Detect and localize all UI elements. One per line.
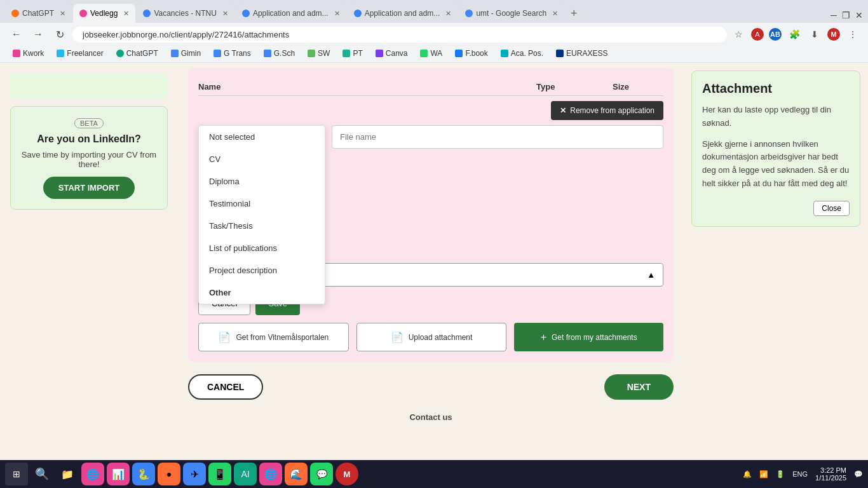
dropdown-not-selected[interactable]: Not selected: [199, 126, 325, 148]
dropdown-list-publications[interactable]: List of publications: [199, 237, 325, 259]
start-import-button[interactable]: START IMPORT: [43, 177, 135, 199]
bookmark-chatgpt[interactable]: ChatGPT: [111, 47, 163, 60]
get-from-attachments-button[interactable]: + Get from my attachments: [514, 323, 663, 351]
tab-vedlegg[interactable]: Vedlegg ✕: [73, 4, 135, 23]
bookmark-canva[interactable]: Canva: [370, 47, 413, 60]
address-input[interactable]: [72, 27, 727, 43]
bookmark-kwork[interactable]: Kwork: [8, 47, 49, 60]
taskbar-chatgpt[interactable]: AI: [234, 463, 257, 485]
dropdown-testimonial[interactable]: Testimonial: [199, 193, 325, 215]
tab-close-vedlegg[interactable]: ✕: [123, 10, 129, 18]
dropdown-cv[interactable]: CV: [199, 148, 325, 170]
col-type-header: Type: [536, 82, 613, 92]
filename-input[interactable]: [332, 125, 663, 149]
taskbar-clock: 3:22 PM 1/11/2025: [815, 466, 846, 482]
bookmark-gimin[interactable]: Gimin: [166, 47, 206, 60]
info-card-text1: Her kan du laste opp vedlegg til din søk…: [702, 104, 850, 130]
menu-icon[interactable]: ⋮: [845, 27, 860, 42]
close-info-button[interactable]: Close: [813, 201, 850, 216]
tab-close-chatgpt[interactable]: ✕: [60, 10, 65, 18]
puzzle-icon[interactable]: 🧩: [787, 27, 802, 42]
beta-badge: BETA: [74, 118, 104, 128]
taskbar-python[interactable]: 🐍: [132, 463, 155, 485]
new-tab-button[interactable]: +: [566, 7, 583, 20]
tab-favicon-app1: [242, 10, 250, 17]
tab-chatgpt[interactable]: ChatGPT ✕: [5, 4, 72, 23]
type-dropdown-menu[interactable]: Not selected CV Diploma Testimonial Task…: [198, 125, 325, 304]
tab-close-google[interactable]: ✕: [552, 10, 558, 18]
bookmark-icon-freelancer: [57, 50, 64, 57]
taskbar-app1[interactable]: ●: [158, 463, 180, 485]
remove-from-application-button[interactable]: ✕ Remove from application: [551, 101, 663, 120]
tab-close-app1[interactable]: ✕: [334, 10, 340, 18]
taskbar-edge[interactable]: 🌊: [285, 463, 308, 485]
dropdown-container: Not selected CV Diploma Testimonial Task…: [198, 125, 663, 149]
download-icon[interactable]: ⬇: [807, 27, 822, 42]
upload-attachment-button[interactable]: 📄 Upload attachment: [356, 323, 507, 351]
bookmark-icon-gsch: [264, 50, 271, 57]
tab-favicon-vacancies: [143, 10, 151, 17]
taskbar-profile[interactable]: M: [336, 463, 358, 485]
dropdown-task-thesis[interactable]: Task/Thesis: [199, 215, 325, 237]
battery-icon: 🔋: [776, 470, 785, 478]
attachment-area: Name Type Size ✕ Remove from application…: [188, 68, 674, 362]
taskbar-whatsapp2[interactable]: 💬: [310, 463, 333, 485]
bookmark-sw[interactable]: SW: [302, 47, 335, 60]
tab-label-vedlegg: Vedlegg: [90, 9, 118, 18]
grammarly-icon[interactable]: AB: [769, 28, 782, 41]
reload-button[interactable]: ↻: [51, 25, 69, 43]
taskbar-matlab[interactable]: 📊: [107, 463, 130, 485]
taskbar-telegram[interactable]: ✈: [183, 463, 206, 485]
taskbar-whatsapp1[interactable]: 📱: [208, 463, 231, 485]
bookmark-pt[interactable]: PT: [337, 47, 367, 60]
tab-close-vacancies[interactable]: ✕: [222, 10, 228, 18]
bookmark-icon-sw: [308, 50, 315, 57]
taskbar-search[interactable]: 🔍: [31, 463, 53, 485]
bookmark-wa[interactable]: WA: [415, 47, 447, 60]
get-from-vitnemal-button[interactable]: 📄 Get from Vitnemålsportalen: [198, 323, 349, 351]
taskbar-date: 1/11/2025: [815, 474, 846, 482]
taskbar-notification-icon[interactable]: 🔔: [743, 470, 752, 478]
browser-frame: ChatGPT ✕ Vedlegg ✕ Vacancies - NTNU ✕ A…: [0, 0, 868, 63]
cancel-nav-button[interactable]: CANCEL: [188, 374, 263, 400]
bookmark-acapos[interactable]: Aca. Pos.: [496, 47, 548, 60]
close-btn[interactable]: ✕: [855, 10, 863, 20]
taskbar-chrome2[interactable]: 🌐: [259, 463, 282, 485]
x-icon: ✕: [560, 106, 566, 115]
bookmark-euraxess[interactable]: EURAXESS: [551, 47, 613, 60]
page-content: BETA Are you on LinkedIn? Save time by i…: [0, 63, 868, 464]
taskbar-time: 3:22 PM: [815, 466, 846, 474]
notification-center-icon[interactable]: 💬: [854, 470, 863, 478]
tab-application2[interactable]: Application and adm... ✕: [348, 4, 458, 23]
profile-icon[interactable]: M: [827, 28, 840, 41]
next-button[interactable]: NEXT: [604, 374, 674, 400]
dropdown-project-description[interactable]: Project description: [199, 259, 325, 281]
bookmark-gsch[interactable]: G.Sch: [259, 47, 300, 60]
bookmark-gtrans[interactable]: G Trans: [208, 47, 256, 60]
chevron-up-icon: ▲: [647, 270, 655, 280]
bookmark-facebook[interactable]: F.book: [450, 47, 492, 60]
dropdown-other[interactable]: Other: [199, 281, 325, 304]
tab-label-chatgpt: ChatGPT: [22, 9, 54, 18]
tab-close-app2[interactable]: ✕: [445, 10, 451, 18]
remove-button-row: ✕ Remove from application: [198, 101, 663, 120]
forward-button[interactable]: →: [29, 25, 47, 43]
wifi-icon: 📶: [759, 470, 768, 478]
table-header: Name Type Size: [198, 78, 663, 96]
tab-google[interactable]: umt - Google Search ✕: [459, 4, 564, 23]
bookmark-icon-euraxess: [556, 50, 564, 57]
start-button[interactable]: ⊞: [5, 463, 28, 485]
star-icon[interactable]: ☆: [731, 27, 746, 42]
taskbar-files[interactable]: 📁: [56, 463, 79, 485]
minimize-btn[interactable]: ─: [831, 10, 837, 20]
linkedin-subtitle: Save time by importing your CV from ther…: [21, 150, 157, 169]
tab-vacancies[interactable]: Vacancies - NTNU ✕: [137, 4, 234, 23]
dropdown-diploma[interactable]: Diploma: [199, 170, 325, 193]
extension-icon[interactable]: A: [751, 28, 764, 41]
maximize-btn[interactable]: ❐: [842, 10, 850, 20]
tab-application1[interactable]: Application and adm... ✕: [236, 4, 346, 23]
bookmark-freelancer[interactable]: Freelancer: [51, 47, 108, 60]
linkedin-card: BETA Are you on LinkedIn? Save time by i…: [10, 106, 168, 210]
back-button[interactable]: ←: [8, 25, 25, 43]
taskbar-chrome[interactable]: 🌐: [81, 463, 104, 485]
